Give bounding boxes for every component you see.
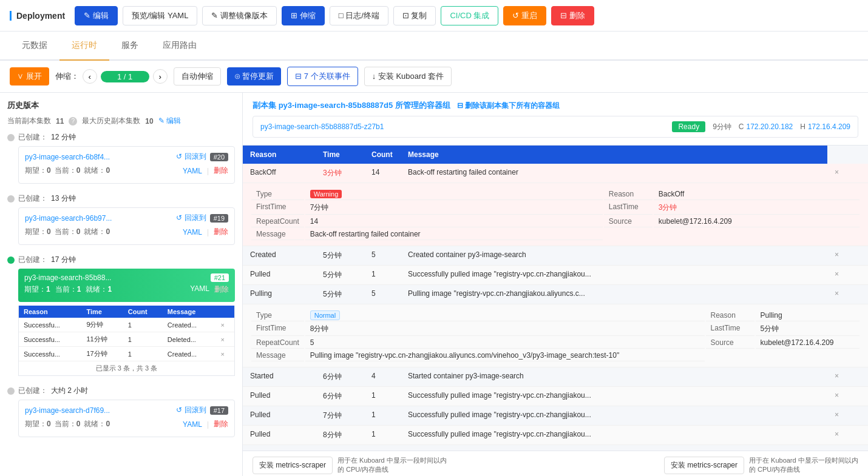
yaml-link-2[interactable]: YAML (183, 228, 202, 236)
left-panel: 历史版本 当前副本集数 11 ? 最大历史副本集数 10 ✎ 编辑 已创建： 1… (0, 93, 243, 476)
tab-service[interactable]: 服务 (109, 32, 151, 61)
table-row: BackOff 3分钟 14 Back-off restarting faile… (243, 164, 868, 183)
install-group-2: 安装 metrics-scraper 用于在 Kuboard 中显示一段时间以内… (664, 456, 858, 474)
tab-bar: 元数据 运行时 服务 应用路由 (0, 32, 868, 61)
cicd-button[interactable]: CI/CD 集成 (441, 6, 498, 25)
install-kuboard-button[interactable]: ↓ 安装 Kuboard 套件 (364, 67, 452, 86)
pause-update-button[interactable]: ⊙ 暂停更新 (227, 67, 282, 85)
tag-badge-1: #20 (210, 153, 228, 161)
tab-route[interactable]: 应用路由 (151, 32, 209, 61)
tag-badge-4: #17 (210, 406, 228, 415)
history-item-3: 已创建： 17 分钟 py3-image-search-85b88... #21… (7, 255, 235, 376)
status-dot-1 (7, 134, 15, 141)
history-item-2: 已创建： 13 分钟 py3-image-search-96b97... ↺ 回… (7, 193, 235, 245)
table-row: Successfu... 11分钟 1 Deleted... × (19, 332, 234, 347)
edit-button[interactable]: ✎ 编辑 (75, 6, 118, 25)
replica-card-active: py3-image-search-85b88... #21 期望：1 当前：1 … (18, 269, 235, 302)
table-row: Pulled 5分钟 1 Successfully pulled image "… (243, 266, 868, 285)
left-show-count: 已显示 3 条，共 3 条 (19, 361, 234, 375)
help-icon[interactable]: ? (69, 117, 77, 126)
pod-card: py3-image-search-85b88887d5-z27b1 Ready … (253, 116, 858, 138)
yaml-link-1[interactable]: YAML (183, 167, 202, 175)
col-message: Message (163, 306, 216, 318)
events-panel: Reason Time Count Message BackOff 3分钟 14… (243, 146, 868, 451)
table-row: Created 5分钟 5 Created container py3-imag… (243, 246, 868, 266)
delete-all-link[interactable]: ⊟ 删除该副本集下所有的容器组 (457, 101, 560, 111)
ready-badge: Ready (672, 121, 705, 132)
yaml-link-4[interactable]: YAML (183, 420, 202, 429)
status-dot-3 (7, 256, 15, 264)
col-time: Time (81, 306, 123, 318)
replica-card-4: py3-image-search-d7f69... ↺ 回滚到 #17 期望：0… (18, 400, 235, 437)
table-row: Pulling 5分钟 5 Pulling image "registry-vp… (243, 285, 868, 304)
events-button[interactable]: ⊟ 7 个关联事件 (287, 67, 358, 86)
replica-card-2: py3-image-search-96b97... ↺ 回滚到 #19 期望：0… (18, 207, 235, 245)
next-button[interactable]: › (153, 69, 168, 84)
auto-scale-button[interactable]: 自动伸缩 (174, 67, 221, 85)
install-metrics-1[interactable]: 安装 metrics-scraper (253, 457, 333, 474)
rollback-link-2[interactable]: ↺ 回滚到 (176, 213, 206, 223)
replica-card-1: py3-image-search-6b8f4... ↺ 回滚到 #20 期望：0… (18, 146, 235, 184)
preview-yaml-button[interactable]: 预览/编辑 YAML (123, 6, 198, 25)
history-section-title: 历史版本 (7, 100, 235, 111)
table-row: Successfu... 17分钟 1 Created... × (19, 347, 234, 361)
tab-metadata[interactable]: 元数据 (10, 32, 59, 61)
adjust-image-button[interactable]: ✎ 调整镜像版本 (202, 6, 277, 25)
right-panel: 副本集 py3-image-search-85b88887d5 所管理的容器组 … (243, 93, 868, 476)
bottom-footer: 安装 metrics-scraper 用于在 Kuboard 中显示一段时间以内… (243, 451, 868, 476)
status-dot-2 (7, 195, 15, 203)
install-desc-1: 用于在 Kuboard 中显示一段时间以内的 CPU/内存曲线 (337, 456, 447, 474)
pod-section-header: 副本集 py3-image-search-85b88887d5 所管理的容器组 … (253, 100, 858, 111)
right-col-time: Time (316, 146, 364, 164)
status-dot-4 (7, 387, 15, 395)
prev-button[interactable]: ‹ (83, 69, 97, 84)
events-sub-panel: Reason Time Count Message Successfu... 9… (18, 306, 235, 376)
edit-max-link[interactable]: ✎ 编辑 (158, 116, 181, 126)
main-content: 历史版本 当前副本集数 11 ? 最大历史副本集数 10 ✎ 编辑 已创建： 1… (0, 93, 868, 476)
history-item-4: 已创建： 大约 2 小时 py3-image-search-d7f69... ↺… (7, 386, 235, 437)
col-reason: Reason (19, 306, 81, 318)
table-row: Pulled 6分钟 1 Successfully pulled image "… (243, 387, 868, 406)
yaml-link-active[interactable]: YAML (190, 284, 209, 295)
rollback-link-1[interactable]: ↺ 回滚到 (176, 152, 206, 162)
delete-link-2[interactable]: 删除 (214, 227, 228, 237)
table-row-detail: TypeWarningReasonBackOffFirstTime7分钟Last… (243, 183, 868, 246)
right-col-count: Count (364, 146, 401, 164)
col-count: Count (123, 306, 163, 318)
expand-button[interactable]: ∨ 展开 (10, 67, 49, 85)
table-row: Pulled 8分钟 1 Successfully pulled image "… (243, 426, 868, 445)
history-meta: 当前副本集数 11 ? 最大历史副本集数 10 ✎ 编辑 (7, 116, 235, 126)
right-col-reason: Reason (243, 146, 316, 164)
right-top: 副本集 py3-image-search-85b88887d5 所管理的容器组 … (243, 93, 868, 146)
right-col-message: Message (401, 146, 827, 164)
table-row: Successfu... 9分钟 1 Created... × (19, 318, 234, 332)
delete-link-1[interactable]: 删除 (214, 166, 228, 176)
page-title: Deployment (10, 11, 65, 21)
table-row: Pulled 8分钟 1 Successfully pulled image "… (243, 445, 868, 451)
table-row: Started 6分钟 4 Started container py3-imag… (243, 367, 868, 387)
delete-button[interactable]: ⊟ 删除 (551, 6, 594, 25)
table-row: Pulled 7分钟 1 Successfully pulled image "… (243, 406, 868, 426)
events-sub-table: Reason Time Count Message Successfu... 9… (19, 306, 234, 361)
install-metrics-2[interactable]: 安装 metrics-scraper (664, 457, 744, 474)
right-events-table: Reason Time Count Message BackOff 3分钟 14… (243, 146, 868, 451)
history-item-1: 已创建： 12 分钟 py3-image-search-6b8f4... ↺ 回… (7, 132, 235, 184)
restart-button[interactable]: ↺ 重启 (503, 6, 546, 25)
copy-button[interactable]: ⊡ 复制 (393, 6, 436, 25)
shrink-label: 伸缩： ‹ 1 / 1 › (55, 69, 168, 84)
tag-badge-2: #19 (210, 214, 228, 223)
install-group-1: 安装 metrics-scraper 用于在 Kuboard 中显示一段时间以内… (253, 456, 447, 474)
delete-link-active[interactable]: 删除 (214, 284, 229, 295)
active-tag-badge: #21 (211, 273, 229, 282)
table-row-detail: TypeNormalReasonPullingFirstTime8分钟LastT… (243, 304, 868, 367)
delete-link-4[interactable]: 删除 (214, 419, 228, 429)
progress-indicator: 1 / 1 (101, 71, 149, 82)
top-bar: Deployment ✎ 编辑 预览/编辑 YAML ✎ 调整镜像版本 ⊞ 伸缩… (0, 0, 868, 32)
toolbar: ∨ 展开 伸缩： ‹ 1 / 1 › 自动伸缩 ⊙ 暂停更新 ⊟ 7 个关联事件… (0, 61, 868, 93)
install-desc-2: 用于在 Kuboard 中显示一段时间以内的 CPU/内存曲线 (749, 456, 858, 474)
tab-runtime[interactable]: 运行时 (59, 32, 109, 61)
scale-button[interactable]: ⊞ 伸缩 (282, 6, 325, 25)
logs-button[interactable]: □ 日志/终端 (330, 6, 388, 25)
rollback-link-4[interactable]: ↺ 回滚到 (176, 405, 206, 415)
